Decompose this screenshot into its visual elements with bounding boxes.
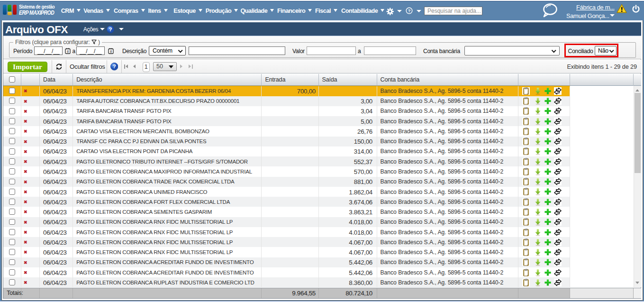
svg-text:8: 8 [67, 49, 69, 54]
svg-text:?: ? [109, 27, 112, 32]
svg-text:?: ? [408, 9, 410, 13]
svg-text:8: 8 [110, 49, 112, 54]
svg-text:?: ? [112, 64, 116, 69]
